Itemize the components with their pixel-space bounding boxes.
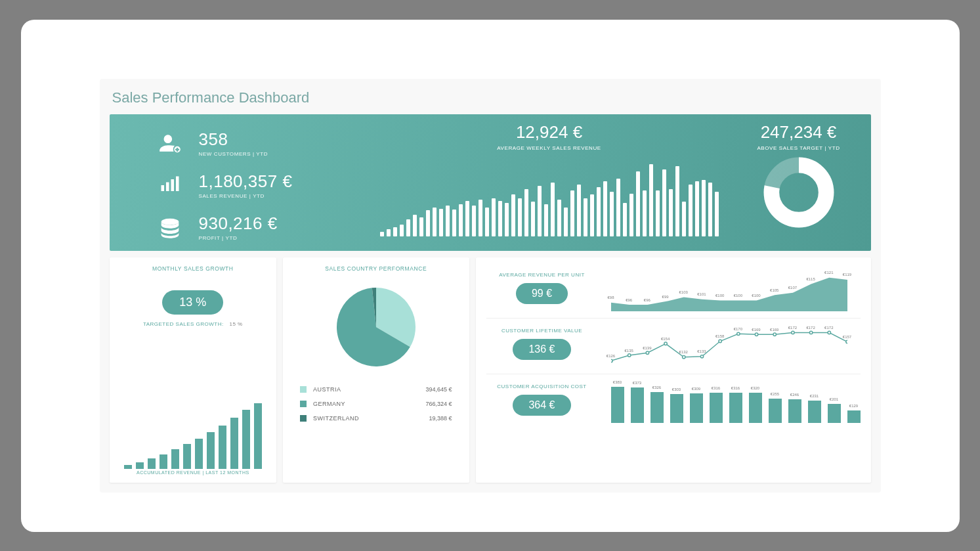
metric-cac: CUSTOMER ACQUISITION COST 364 € €383€373… <box>486 374 861 423</box>
growth-bars <box>120 335 266 469</box>
kpi-value: 358 <box>199 129 268 150</box>
bars-icon <box>156 171 184 200</box>
svg-point-9 <box>718 340 721 342</box>
svg-point-3 <box>611 359 612 362</box>
weekly-value: 12,924 € <box>516 122 582 143</box>
user-plus-icon <box>156 129 184 158</box>
metric-arpu: AVERAGE REVENUE PER UNIT 99 € €98€96€96€… <box>486 263 861 319</box>
growth-subtext: TARGETED SALES GROWTH: 15 % <box>120 321 266 327</box>
svg-point-10 <box>736 332 739 335</box>
card-monthly-growth: MONTHLY SALES GROWTH 13 % TARGETED SALES… <box>110 257 277 483</box>
metric-pill: 99 € <box>516 283 568 304</box>
svg-point-8 <box>700 355 703 357</box>
card-title: SALES COUNTRY PERFORMANCE <box>293 265 458 272</box>
svg-point-4 <box>628 353 630 356</box>
metric-title: CUSTOMER LIFETIME VALUE <box>501 328 582 334</box>
country-pie-icon <box>330 281 422 373</box>
weekly-label: AVERAGE WEEKLY SALES REVENUE <box>497 145 601 151</box>
clv-chart: €126€135€139€154€132€133€158€170€169€169… <box>611 321 861 367</box>
svg-point-12 <box>773 333 776 336</box>
hero-banner: 358 NEW CUSTOMERS | YTD 1,180,357 € SALE… <box>110 114 871 251</box>
svg-point-11 <box>755 333 757 336</box>
kpi-new-customers: 358 NEW CUSTOMERS | YTD <box>156 129 359 158</box>
hero-kpi-column: 358 NEW CUSTOMERS | YTD 1,180,357 € SALE… <box>123 122 359 248</box>
app-window: Sales Performance Dashboard 358 NEW CUST… <box>21 20 960 532</box>
metric-title: AVERAGE REVENUE PER UNIT <box>499 272 585 278</box>
weekly-bars <box>372 155 727 248</box>
target-value: 247,234 € <box>761 122 837 143</box>
card-title: MONTHLY SALES GROWTH <box>120 265 266 272</box>
svg-point-16 <box>845 340 847 343</box>
kpi-label: SALES REVENUE | YTD <box>199 193 293 199</box>
svg-point-5 <box>646 351 649 354</box>
metric-clv: CUSTOMER LIFETIME VALUE 136 € €126€135€1… <box>486 319 861 374</box>
kpi-profit: 930,216 € PROFIT | YTD <box>156 213 359 242</box>
svg-point-13 <box>791 331 794 334</box>
svg-point-0 <box>161 218 179 225</box>
target-donut-icon <box>763 156 835 229</box>
growth-pill: 13 % <box>162 290 223 315</box>
cards-row: MONTHLY SALES GROWTH 13 % TARGETED SALES… <box>110 257 871 483</box>
hero-weekly-chart: 12,924 € AVERAGE WEEKLY SALES REVENUE <box>372 122 727 248</box>
dashboard-panel: Sales Performance Dashboard 358 NEW CUST… <box>100 79 881 493</box>
country-legend: AUSTRIA394,645 €GERMANY766,324 €SWITZERL… <box>293 382 458 426</box>
svg-point-6 <box>664 342 666 345</box>
page-title: Sales Performance Dashboard <box>110 85 871 108</box>
metric-pill: 364 € <box>513 395 570 416</box>
kpi-sales-revenue: 1,180,357 € SALES REVENUE | YTD <box>156 171 359 200</box>
kpi-value: 930,216 € <box>199 213 278 234</box>
coins-icon <box>156 213 184 242</box>
kpi-label: PROFIT | YTD <box>199 235 278 241</box>
legend-row: GERMANY766,324 € <box>293 397 458 411</box>
card-country-performance: SALES COUNTRY PERFORMANCE AUSTRIA394,645… <box>283 257 469 483</box>
card-metrics: AVERAGE REVENUE PER UNIT 99 € €98€96€96€… <box>476 257 871 483</box>
growth-footer: ACCUMULATED REVENUE | LAST 12 MONTHS <box>120 470 266 475</box>
svg-point-7 <box>682 355 685 358</box>
svg-point-15 <box>828 331 830 334</box>
target-label: ABOVE SALES TARGET | YTD <box>757 145 840 151</box>
legend-row: AUSTRIA394,645 € <box>293 382 458 397</box>
cac-chart: €383€373€326€303€309€316€316€320€255€246… <box>611 377 861 423</box>
legend-row: SWITZERLAND19,388 € <box>293 411 458 426</box>
hero-target: 247,234 € ABOVE SALES TARGET | YTD <box>740 122 858 248</box>
arpu-chart: €98€96€96€99€103€101€100€100€100€105€107… <box>611 265 861 311</box>
metric-pill: 136 € <box>513 339 570 360</box>
metric-title: CUSTOMER ACQUISITION COST <box>497 384 586 389</box>
svg-point-14 <box>809 331 812 334</box>
kpi-value: 1,180,357 € <box>199 171 293 192</box>
kpi-label: NEW CUSTOMERS | YTD <box>199 151 268 157</box>
